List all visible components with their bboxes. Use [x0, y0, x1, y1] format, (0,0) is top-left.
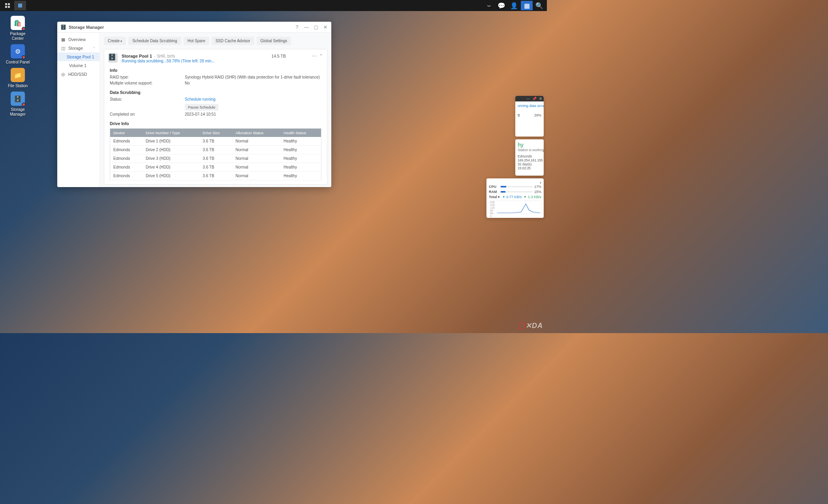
completed-value: 2023-07-14 10:51	[185, 112, 321, 116]
net-download: ✦ 1.3 KB/s	[524, 195, 541, 199]
table-row[interactable]: EdmondsDrive 4 (HDD)3.6 TBNormalHealthy	[110, 163, 321, 172]
widget-b-label: B	[518, 113, 520, 117]
ram-bar	[501, 191, 533, 193]
drive-table: Device Drive Number / Type Drive Size Al…	[110, 128, 321, 180]
schedule-scrubbing-button[interactable]: Schedule Data Scrubbing	[128, 37, 181, 45]
cpu-label: CPU	[489, 185, 499, 189]
sidebar-item-storage-pool-1[interactable]: Storage Pool 1	[57, 52, 100, 61]
svg-rect-1	[8, 3, 10, 5]
window-titlebar[interactable]: 🗄️ Storage Manager ? — ▢ ✕	[57, 22, 331, 33]
storage-icon: ◫	[61, 46, 66, 51]
minimize-button[interactable]: —	[304, 24, 309, 30]
taskbar: ⌣ 💬 👤 ▦ 🔍	[0, 0, 547, 11]
pool-icon: 🗄️	[108, 53, 118, 63]
taskbar-search-icon[interactable]: 🔍	[533, 1, 545, 10]
help-button[interactable]: ?	[294, 24, 300, 30]
col-allocation[interactable]: Allocation Status	[233, 129, 281, 137]
mvs-label: Multiple volume support:	[110, 81, 185, 85]
cpu-value: 17%	[534, 185, 541, 189]
window-title: Storage Manager	[69, 25, 104, 30]
widget-scrub-status: unning data scrubbi	[518, 104, 541, 108]
col-health[interactable]: Health Status	[280, 129, 321, 137]
desktop-icon-control-panel[interactable]: ⚙ Control Panel	[4, 44, 32, 65]
taskbar-dashboard-icon[interactable]	[2, 1, 13, 10]
widget3-title: r	[489, 181, 541, 185]
total-label[interactable]: Total ▾	[489, 195, 500, 199]
pool-menu-icon[interactable]: ⋯	[312, 53, 317, 59]
sidebar-item-volume-1[interactable]: Volume 1	[57, 61, 100, 70]
close-button[interactable]: ✕	[323, 24, 328, 30]
taskbar-user-icon[interactable]: 👤	[508, 1, 520, 10]
desktop-icon-package-center[interactable]: 🛍️ PackageCenter	[4, 16, 32, 41]
col-drive-number[interactable]: Drive Number / Type	[143, 129, 199, 137]
overview-icon: ▦	[61, 37, 66, 42]
pool-title: Storage Pool 1	[122, 54, 152, 58]
svg-rect-4	[18, 4, 22, 7]
table-row[interactable]: EdmondsDrive 5 (HDD)3.6 TBNormalHealthy	[110, 172, 321, 180]
widget-percent: 29%	[534, 113, 541, 117]
xda-watermark: ◯✕DA	[517, 321, 543, 330]
pool-status: Running data scrubbing...59.78% (Time le…	[122, 59, 323, 63]
taskbar-tray-icon[interactable]: ⌣	[483, 1, 495, 10]
taskbar-storage-icon[interactable]	[14, 1, 26, 10]
pool-collapse-icon[interactable]: ⌃	[319, 53, 323, 59]
svg-rect-3	[8, 6, 10, 8]
svg-rect-2	[5, 6, 7, 8]
net-upload: ✦ 0.77 KB/s	[502, 195, 522, 199]
health-widget[interactable]: hy Station is working well. Edmonds 169.…	[515, 139, 544, 176]
info-heading: Info	[110, 68, 321, 73]
widget-settings-icon[interactable]: ⚙	[539, 97, 542, 101]
drive-info-heading: Drive Info	[110, 121, 321, 126]
desktop-icons: 🛍️ PackageCenter ⚙ Control Panel 📁 File …	[4, 16, 32, 117]
taskbar-widget-icon[interactable]: ▦	[521, 1, 533, 10]
widget-desc: Station is working well.	[518, 148, 541, 152]
ssd-cache-button[interactable]: SSD Cache Advisor	[212, 37, 254, 45]
network-chart: 20016012080400	[489, 200, 541, 214]
cpu-bar	[501, 186, 533, 187]
svg-rect-0	[5, 3, 7, 5]
sidebar-item-storage[interactable]: ◫Storage⌃	[57, 44, 100, 52]
hot-spare-button[interactable]: Hot Spare	[184, 37, 209, 45]
completed-label: Completed on:	[110, 112, 185, 116]
table-row[interactable]: EdmondsDrive 3 (HDD)3.6 TBNormalHealthy	[110, 154, 321, 163]
storage-pool-card: 🗄️ Storage Pool 1 - SHR, btrfs 14.5 TB ⋯…	[104, 49, 327, 185]
widget-pin-icon[interactable]: 📌	[532, 97, 537, 101]
status-label: Status:	[110, 97, 185, 101]
col-drive-size[interactable]: Drive Size	[199, 129, 232, 137]
sidebar-item-hdd-ssd[interactable]: ◎HDD/SSD	[57, 70, 100, 79]
sidebar: ▦Overview ◫Storage⌃ Storage Pool 1 Volum…	[57, 33, 100, 187]
global-settings-button[interactable]: Global Settings	[257, 37, 291, 45]
resource-monitor-widget[interactable]: r CPU17% RAM15% Total ▾✦ 0.77 KB/s✦ 1.3 …	[486, 178, 544, 218]
raid-type-value: Synology Hybrid RAID (SHR) (With data pr…	[185, 75, 321, 79]
status-value[interactable]: Schedule running	[185, 97, 321, 101]
pause-schedule-button[interactable]: Pause Schedule	[185, 104, 218, 111]
widget-ip: 169.254.161.155	[518, 158, 541, 162]
maximize-button[interactable]: ▢	[313, 24, 319, 30]
table-row[interactable]: EdmondsDrive 1 (HDD)3.6 TBNormalHealthy	[110, 137, 321, 146]
ram-label: RAM	[489, 190, 499, 194]
hdd-icon: ◎	[61, 72, 66, 77]
pool-subtitle: - SHR, btrfs	[154, 54, 175, 58]
main-panel: Create Schedule Data Scrubbing Hot Spare…	[100, 33, 331, 187]
raid-type-label: RAID type:	[110, 75, 185, 79]
desktop-icon-storage-manager[interactable]: 🗄️ Storage Manager	[4, 92, 32, 117]
storage-widget[interactable]: —📌⚙ unning data scrubbi B 29%	[515, 96, 544, 137]
desktop-icon-file-station[interactable]: 📁 File Station	[4, 68, 32, 88]
widget-host: Edmonds	[518, 154, 541, 158]
chevron-up-icon: ⌃	[93, 47, 96, 50]
window-app-icon: 🗄️	[60, 24, 66, 30]
storage-manager-window: 🗄️ Storage Manager ? — ▢ ✕ ▦Overview ◫St…	[57, 22, 331, 187]
widget-min-icon[interactable]: —	[526, 97, 530, 101]
widget-healthy-label: hy	[518, 142, 541, 148]
taskbar-chat-icon[interactable]: 💬	[496, 1, 507, 10]
widget-uptime: 32 day(s) 15:02:25	[518, 162, 541, 170]
table-row[interactable]: EdmondsDrive 2 (HDD)3.6 TBNormalHealthy	[110, 146, 321, 154]
toolbar: Create Schedule Data Scrubbing Hot Spare…	[104, 37, 327, 45]
sidebar-item-overview[interactable]: ▦Overview	[57, 35, 100, 44]
mvs-value: No	[185, 81, 321, 85]
pool-size: 14.5 TB	[271, 54, 310, 58]
col-device[interactable]: Device	[110, 129, 143, 137]
scrub-heading: Data Scrubbing	[110, 90, 321, 95]
create-button[interactable]: Create	[104, 37, 126, 45]
ram-value: 15%	[534, 190, 541, 194]
